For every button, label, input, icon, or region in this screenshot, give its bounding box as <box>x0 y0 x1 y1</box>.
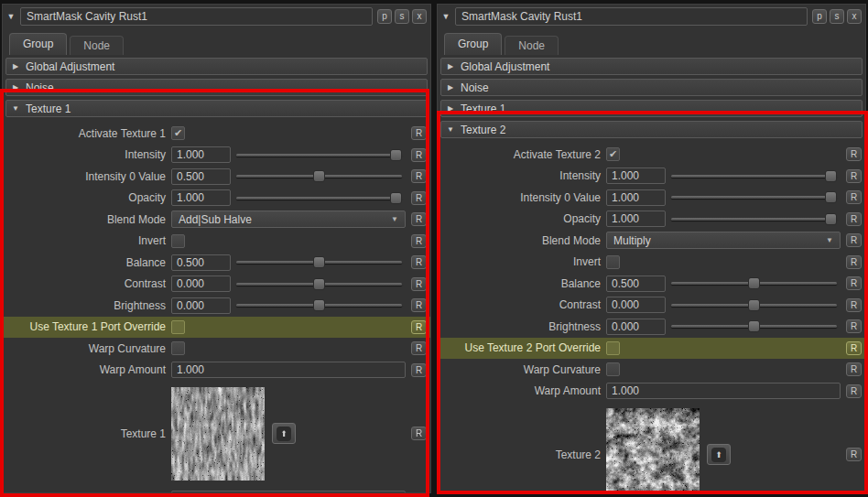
reset-button[interactable]: R <box>411 363 427 377</box>
reset-button[interactable]: R <box>411 169 427 183</box>
checkbox-use-texture-1-port-override[interactable] <box>171 320 185 334</box>
value-input[interactable]: 1.000 <box>171 491 406 493</box>
reset-button[interactable]: R <box>411 492 427 494</box>
reset-button[interactable]: R <box>411 320 427 334</box>
reset-button[interactable]: R <box>411 298 427 312</box>
slider[interactable] <box>236 169 402 183</box>
value-input[interactable]: 1.000 <box>171 362 406 378</box>
slider-handle[interactable] <box>825 191 837 203</box>
slider[interactable] <box>671 169 837 183</box>
reset-button[interactable]: R <box>846 319 862 333</box>
value-input[interactable]: 1.000 <box>606 383 841 399</box>
window-button-s[interactable]: s <box>830 9 844 24</box>
tab-group[interactable]: Group <box>444 33 502 55</box>
reset-button[interactable]: R <box>846 190 862 204</box>
value-input[interactable]: 1.000 <box>171 189 231 206</box>
slider[interactable] <box>236 277 402 291</box>
collapse-triangle-icon[interactable]: ▼ <box>6 12 16 21</box>
value-input[interactable]: 1.000 <box>606 189 666 206</box>
reset-button[interactable]: R <box>411 255 427 269</box>
collapse-triangle-icon[interactable]: ▼ <box>441 12 450 21</box>
texture-thumbnail[interactable] <box>606 408 700 494</box>
reset-button[interactable]: R <box>411 126 427 140</box>
reset-button[interactable]: R <box>846 384 862 398</box>
node-title-field[interactable]: SmartMask Cavity Rust1 <box>455 7 808 26</box>
reset-button[interactable]: R <box>411 277 427 291</box>
slider-handle[interactable] <box>313 299 325 311</box>
section-header-global-adjustment[interactable]: ▶Global Adjustment <box>440 58 863 75</box>
reset-button[interactable]: R <box>846 276 862 290</box>
slider-handle[interactable] <box>313 170 325 182</box>
dropdown-blend-mode[interactable]: Add|Sub Halve▼ <box>171 211 406 228</box>
slider[interactable] <box>236 191 402 205</box>
reset-button[interactable]: R <box>846 233 862 247</box>
reset-button[interactable]: R <box>846 341 862 355</box>
tab-node[interactable]: Node <box>70 36 124 55</box>
upload-button[interactable]: ⬆ <box>272 423 296 444</box>
slider-handle[interactable] <box>748 299 760 311</box>
reset-button[interactable]: R <box>411 191 427 205</box>
checkbox-activate-texture-1[interactable]: ✔ <box>171 126 185 140</box>
reset-button[interactable]: R <box>846 169 862 183</box>
reset-button[interactable]: R <box>846 147 862 161</box>
checkbox-warp-curvature[interactable] <box>606 362 620 376</box>
slider[interactable] <box>671 298 837 312</box>
reset-button[interactable]: R <box>846 255 862 269</box>
reset-button[interactable]: R <box>411 212 427 226</box>
slider[interactable] <box>236 255 402 269</box>
value-input[interactable]: 1.000 <box>171 146 231 163</box>
slider-handle[interactable] <box>748 277 760 289</box>
reset-button[interactable]: R <box>846 212 862 226</box>
slider-handle[interactable] <box>390 192 402 204</box>
value-input[interactable]: 0.000 <box>606 319 666 335</box>
reset-button[interactable]: R <box>846 298 862 312</box>
tab-group[interactable]: Group <box>9 33 67 55</box>
slider[interactable] <box>236 298 402 312</box>
slider[interactable] <box>671 212 837 226</box>
section-header-texture-1[interactable]: ▶Texture 1 <box>440 100 863 117</box>
slider-handle[interactable] <box>748 320 760 332</box>
reset-button[interactable]: R <box>411 234 427 248</box>
value-input[interactable]: 0.500 <box>606 276 666 292</box>
reset-button[interactable]: R <box>411 341 427 355</box>
window-button-p[interactable]: p <box>812 9 827 24</box>
tab-node[interactable]: Node <box>505 36 559 55</box>
value-input[interactable]: 0.000 <box>171 276 231 292</box>
value-input[interactable]: 0.500 <box>171 254 231 271</box>
checkbox-use-texture-2-port-override[interactable] <box>606 341 620 355</box>
reset-button[interactable]: R <box>411 148 427 162</box>
section-header-texture-2[interactable]: ▼Texture 2 <box>440 121 863 138</box>
slider-handle[interactable] <box>390 149 402 161</box>
slider[interactable] <box>671 319 837 333</box>
checkbox-invert[interactable] <box>606 255 620 269</box>
slider[interactable] <box>671 276 837 290</box>
checkbox-invert[interactable] <box>171 234 185 248</box>
checkbox-activate-texture-2[interactable]: ✔ <box>606 147 620 161</box>
slider-handle[interactable] <box>313 278 325 290</box>
texture-thumbnail[interactable] <box>171 387 265 481</box>
reset-button[interactable]: R <box>846 362 862 376</box>
value-input[interactable]: 0.000 <box>171 297 231 314</box>
window-button-p[interactable]: p <box>377 9 392 24</box>
slider[interactable] <box>236 148 402 162</box>
checkbox-warp-curvature[interactable] <box>171 341 185 355</box>
slider-handle[interactable] <box>313 256 325 268</box>
window-button-x[interactable]: x <box>412 9 427 24</box>
window-button-s[interactable]: s <box>395 9 409 24</box>
slider[interactable] <box>671 190 837 204</box>
slider-handle[interactable] <box>825 170 837 182</box>
node-title-field[interactable]: SmartMask Cavity Rust1 <box>20 7 373 26</box>
reset-button[interactable]: R <box>411 427 427 440</box>
section-header-noise[interactable]: ▶Noise <box>440 79 863 96</box>
section-header-global-adjustment[interactable]: ▶Global Adjustment <box>5 58 428 75</box>
value-input[interactable]: 0.000 <box>606 297 666 313</box>
section-header-texture-1[interactable]: ▼Texture 1 <box>5 100 428 117</box>
upload-button[interactable]: ⬆ <box>707 444 731 465</box>
dropdown-blend-mode[interactable]: Multiply▼ <box>606 232 841 249</box>
value-input[interactable]: 1.000 <box>606 167 666 184</box>
window-button-x[interactable]: x <box>847 9 862 24</box>
value-input[interactable]: 0.500 <box>171 168 231 185</box>
section-header-noise[interactable]: ▶Noise <box>5 79 428 96</box>
value-input[interactable]: 1.000 <box>606 211 666 227</box>
reset-button[interactable]: R <box>846 448 862 461</box>
